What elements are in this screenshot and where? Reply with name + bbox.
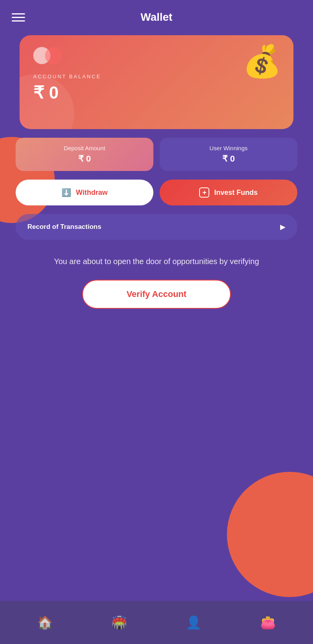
home-icon: 🏠	[37, 615, 53, 630]
wallet-nav-icon: 👛	[260, 615, 276, 630]
winnings-card: User Winnings ₹ 0	[160, 138, 297, 171]
chevron-right-icon: ▶	[280, 223, 286, 231]
invest-label: Invest Funds	[214, 189, 257, 197]
winnings-amount: ₹ 0	[222, 154, 235, 164]
verify-account-button[interactable]: Verify Account	[82, 280, 231, 309]
invest-icon: +	[199, 187, 209, 198]
deposit-card: Deposit Amount ₹ 0	[16, 138, 153, 171]
stats-row: Deposit Amount ₹ 0 User Winnings ₹ 0	[16, 138, 297, 171]
decorative-blob-right	[227, 472, 313, 597]
profile-icon: 👤	[186, 615, 201, 630]
withdraw-button[interactable]: ⬇️ Withdraw	[16, 180, 153, 205]
nav-home[interactable]: 🏠	[29, 610, 61, 635]
stadium-icon: 🏟️	[112, 615, 127, 630]
winnings-label: User Winnings	[209, 145, 248, 151]
verify-section: You are about to open the door of opport…	[16, 255, 297, 309]
menu-icon[interactable]	[12, 13, 25, 22]
transactions-button[interactable]: Record of Transactions ▶	[16, 214, 297, 240]
nav-stadium[interactable]: 🏟️	[104, 610, 135, 635]
invest-button[interactable]: + Invest Funds	[160, 180, 297, 205]
withdraw-label: Withdraw	[76, 189, 108, 197]
nav-profile[interactable]: 👤	[178, 610, 209, 635]
verify-message: You are about to open the door of opport…	[54, 255, 259, 267]
action-buttons-row: ⬇️ Withdraw + Invest Funds	[16, 180, 297, 205]
wallet-illustration: 💰	[243, 43, 282, 80]
page-title: Wallet	[140, 11, 172, 23]
bottom-navigation: 🏠 🏟️ 👤 👛	[0, 601, 313, 644]
withdraw-icon: ⬇️	[61, 188, 71, 197]
deposit-amount: ₹ 0	[78, 154, 91, 164]
transactions-label: Record of Transactions	[27, 223, 101, 231]
balance-card: ACCOUNT BALANCE ₹ 0 💰	[20, 35, 293, 129]
header: Wallet	[0, 0, 313, 31]
nav-wallet[interactable]: 👛	[252, 610, 284, 635]
deposit-label: Deposit Amount	[64, 145, 105, 151]
